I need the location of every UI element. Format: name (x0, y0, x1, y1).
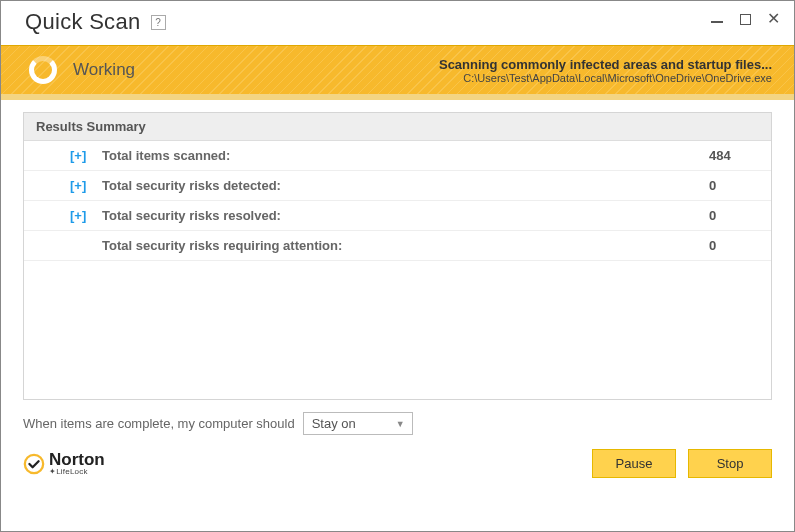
close-icon: ✕ (767, 11, 780, 27)
status-right: Scanning commonly infected areas and sta… (439, 57, 772, 84)
status-message-2: C:\Users\Test\AppData\Local\Microsoft\On… (439, 72, 772, 84)
title-left: Quick Scan ? (25, 9, 166, 35)
brand-text: Norton ✦LifeLock (49, 451, 105, 476)
result-row: [+] Total items scanned: 484 (24, 141, 771, 171)
help-icon[interactable]: ? (151, 15, 166, 30)
row-label: Total items scanned: (102, 148, 709, 163)
results-header: Results Summary (24, 113, 771, 141)
close-button[interactable]: ✕ (766, 12, 780, 26)
expand-icon[interactable]: [+] (70, 148, 92, 163)
result-row: [+] Total security risks resolved: 0 (24, 201, 771, 231)
status-label: Working (73, 60, 135, 80)
checkmark-badge-icon (23, 453, 45, 475)
stop-button[interactable]: Stop (688, 449, 772, 478)
minimize-button[interactable] (710, 12, 724, 26)
spinner-icon (29, 56, 57, 84)
chevron-down-icon: ▼ (396, 419, 405, 429)
brand-sub: ✦LifeLock (49, 468, 105, 476)
brand-name: Norton (49, 451, 105, 468)
row-label: Total security risks detected: (102, 178, 709, 193)
footer-buttons: Pause Stop (592, 449, 772, 478)
expand-icon[interactable]: [+] (70, 178, 92, 193)
completion-selected: Stay on (312, 416, 356, 431)
status-bar: Working Scanning commonly infected areas… (1, 45, 794, 100)
pause-button[interactable]: Pause (592, 449, 676, 478)
row-value: 484 (709, 148, 759, 163)
result-row: [+] Total security risks detected: 0 (24, 171, 771, 201)
row-value: 0 (709, 238, 759, 253)
completion-label: When items are complete, my computer sho… (23, 416, 295, 431)
status-message-1: Scanning commonly infected areas and sta… (439, 57, 772, 72)
maximize-button[interactable] (738, 12, 752, 26)
results-panel: Results Summary [+] Total items scanned:… (23, 112, 772, 400)
title-bar: Quick Scan ? ✕ (1, 1, 794, 45)
row-label: Total security risks requiring attention… (102, 238, 709, 253)
result-row: Total security risks requiring attention… (24, 231, 771, 261)
row-value: 0 (709, 208, 759, 223)
window-title: Quick Scan (25, 9, 141, 35)
minimize-icon (711, 21, 723, 23)
svg-point-0 (25, 454, 43, 472)
brand-logo: Norton ✦LifeLock (23, 451, 105, 476)
completion-options: When items are complete, my computer sho… (1, 400, 794, 441)
row-value: 0 (709, 178, 759, 193)
row-label: Total security risks resolved: (102, 208, 709, 223)
status-left: Working (29, 56, 135, 84)
window-controls: ✕ (710, 12, 780, 26)
maximize-icon (740, 14, 751, 25)
completion-select[interactable]: Stay on ▼ (303, 412, 413, 435)
footer: Norton ✦LifeLock Pause Stop (1, 441, 794, 490)
expand-icon[interactable]: [+] (70, 208, 92, 223)
